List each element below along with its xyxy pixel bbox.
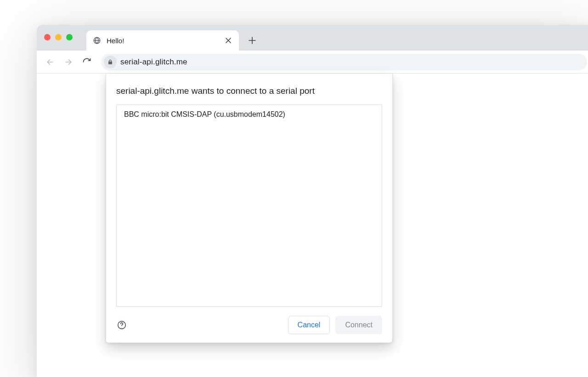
window-close-button[interactable] xyxy=(44,34,51,40)
plus-icon xyxy=(249,37,256,44)
forward-button[interactable] xyxy=(61,54,76,70)
reload-icon xyxy=(82,57,91,67)
stage: Hello! xyxy=(0,0,588,377)
browser-tab[interactable]: Hello! xyxy=(86,30,239,51)
tab-close-button[interactable] xyxy=(224,36,232,45)
window-zoom-button[interactable] xyxy=(66,34,73,40)
back-button[interactable] xyxy=(42,54,58,70)
window-controls xyxy=(44,34,73,40)
svg-point-2 xyxy=(121,327,122,327)
help-icon xyxy=(117,320,127,330)
arrow-right-icon xyxy=(64,57,73,67)
browser-shadow: Hello! xyxy=(37,25,588,377)
tab-strip: Hello! xyxy=(37,25,588,51)
arrow-left-icon xyxy=(45,57,55,67)
browser-window: Hello! xyxy=(37,25,588,377)
lock-icon xyxy=(107,59,113,65)
page-content: serial-api.glitch.me wants to connect to… xyxy=(37,74,588,377)
window-minimize-button[interactable] xyxy=(55,34,62,40)
toolbar: serial-api.glitch.me xyxy=(37,51,588,74)
serial-port-dialog: serial-api.glitch.me wants to connect to… xyxy=(106,74,393,343)
cancel-button[interactable]: Cancel xyxy=(288,316,330,334)
tab-title: Hello! xyxy=(107,37,219,45)
device-list-item[interactable]: BBC micro:bit CMSIS-DAP (cu.usbmodem1450… xyxy=(117,105,382,124)
close-icon xyxy=(226,38,231,43)
address-bar[interactable]: serial-api.glitch.me xyxy=(101,54,587,70)
site-security-chip[interactable] xyxy=(104,56,117,69)
help-button[interactable] xyxy=(116,320,127,331)
new-tab-button[interactable] xyxy=(244,33,260,48)
url-text: serial-api.glitch.me xyxy=(120,57,187,67)
dialog-footer: Cancel Connect xyxy=(116,316,382,334)
device-list[interactable]: BBC micro:bit CMSIS-DAP (cu.usbmodem1450… xyxy=(116,104,382,307)
connect-button[interactable]: Connect xyxy=(335,316,382,334)
dialog-heading: serial-api.glitch.me wants to connect to… xyxy=(116,86,382,96)
reload-button[interactable] xyxy=(79,54,95,70)
globe-icon xyxy=(93,36,101,45)
